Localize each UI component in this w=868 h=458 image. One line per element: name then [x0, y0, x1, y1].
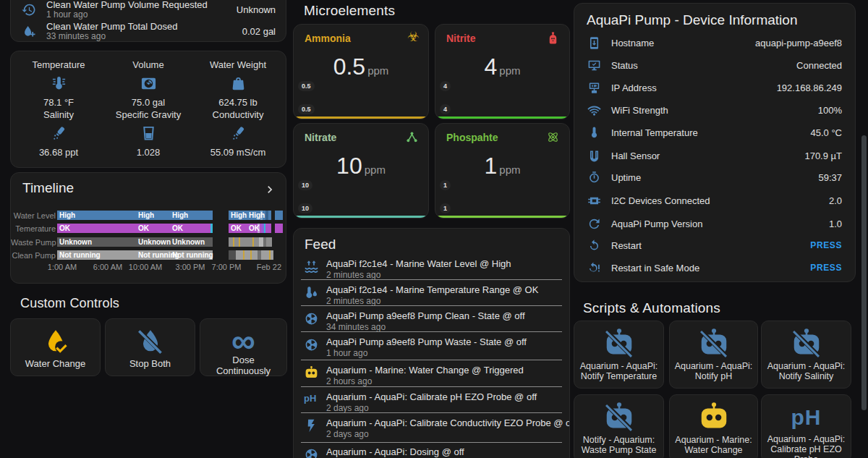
- feed-time: 2 days ago: [326, 429, 369, 439]
- custom-controls-heading: Custom Controls: [20, 296, 119, 311]
- robot-off-icon: [603, 401, 636, 434]
- entity-time: 1 hour ago: [46, 10, 231, 20]
- stop-both-button[interactable]: Stop Both: [105, 318, 195, 376]
- device-info-title: AquaPi Pump - Device Information: [587, 12, 797, 28]
- device-row-ip-address[interactable]: IP Address 192.168.86.249: [574, 78, 855, 97]
- page-scrollbar[interactable]: [861, 135, 867, 410]
- timeline-bar-temperature[interactable]: OK OK OK OK OK: [57, 224, 283, 233]
- graph-max-chip: 4: [440, 81, 451, 91]
- press-button[interactable]: PRESS: [810, 240, 842, 250]
- feed-entry[interactable]: Aquarium - AquaPi: Calibrate Conductivit…: [302, 417, 561, 441]
- tile-label: Aquarium - AquaPi: Notify pH: [674, 361, 753, 381]
- microelements-heading: Microelements: [304, 3, 395, 19]
- glance-label: Water Weight: [210, 59, 266, 70]
- graph-min-chip: 0.5: [298, 104, 315, 114]
- glance-item-conductivity[interactable]: Conductivity 55.09 mS/cm: [193, 109, 283, 158]
- ph-icon: pH: [304, 393, 316, 404]
- glance-label: Salinity: [43, 109, 74, 120]
- feed-time: 1 hour ago: [326, 348, 367, 358]
- timeline-bar-clean-pump[interactable]: Not running Not running Not running: [57, 250, 283, 260]
- script-tile-water-change[interactable]: Aquarium - Marine: Water Change: [669, 394, 758, 458]
- gauge-value: 0.5: [333, 54, 365, 80]
- gauge-card-phosphate[interactable]: Phospahte 1ppm 1 1: [435, 123, 570, 219]
- feed-entry[interactable]: AquaPi Pump a9eef8 Pump Waste - State @ …: [302, 336, 561, 360]
- device-row-uptime[interactable]: Uptime 59:37: [574, 168, 855, 187]
- glance-item-water-weight[interactable]: Water Weight 624.75 lb: [193, 59, 283, 109]
- entity-row-total-dosed[interactable]: Clean Water Pump Total Dosed 33 minutes …: [11, 21, 286, 41]
- script-tile-notify-salinity[interactable]: Aquarium - AquaPi: Notify Salinity: [761, 321, 851, 389]
- graph-max-chip: 0.5: [298, 81, 315, 91]
- glance-label: Volume: [132, 59, 163, 70]
- shaker-icon: [51, 125, 67, 142]
- infinity-icon: ∞: [231, 327, 255, 355]
- device-row-i2c-devices[interactable]: I2C Devices Connected 2.0: [574, 191, 855, 210]
- glance-item-salinity[interactable]: Salinity 36.68 ppt: [14, 109, 103, 158]
- glance-item-temperature[interactable]: Temperature 78.1 °F: [14, 59, 103, 109]
- feed-text: AquaPi Pump a9eef8 Pump Waste - State @ …: [326, 336, 527, 347]
- water-meter-icon: [140, 75, 157, 92]
- press-button[interactable]: PRESS: [810, 263, 842, 273]
- device-row-restart-safe-mode[interactable]: Restart in Safe Mode PRESS: [574, 258, 855, 277]
- glance-item-specific-gravity[interactable]: Specific Gravity 1.028: [103, 109, 193, 158]
- robot-off-icon: [790, 327, 823, 360]
- pump-stats-card: Clean Water Pump Volume Requested 1 hour…: [10, 0, 286, 42]
- device-row-restart[interactable]: Restart PRESS: [574, 236, 855, 255]
- timeline-row-label: Clean Pump: [11, 251, 56, 260]
- device-row-hall-sensor[interactable]: Hall Sensor 170.9 µT: [574, 146, 855, 165]
- device-row-version[interactable]: AquaPi Pump Version 1.0: [574, 214, 855, 233]
- device-row-status[interactable]: Status Connected: [574, 56, 855, 75]
- divider: [301, 360, 562, 360]
- gauge-card-nitrite[interactable]: Nitrite 4ppm 4 4: [435, 24, 570, 119]
- gauge-card-nitrate[interactable]: Nitrate 10ppm 10 10: [293, 123, 429, 219]
- feed-entry[interactable]: Aquarium - AquaPi: Dosing @ off: [302, 446, 561, 458]
- water-change-button[interactable]: Water Change: [10, 318, 101, 376]
- gauge-card-ammonia[interactable]: Ammonia ☣ 0.5ppm 0.5 0.5: [293, 24, 429, 119]
- feed-text: AquaPi f2c1e4 - Marine Temperature Range…: [326, 284, 538, 295]
- chevron-right-icon[interactable]: [263, 182, 277, 197]
- script-tile-waste-pump-state[interactable]: Notify - Aquarium: Waste Pump State: [574, 394, 664, 458]
- glance-card: Temperature 78.1 °F Volume 75.0 gal Wate…: [10, 51, 286, 168]
- graph-line: [294, 116, 428, 119]
- waves-arrow-up-icon: [304, 259, 319, 274]
- robot-icon: [304, 365, 319, 381]
- entity-name: Clean Water Pump Total Dosed: [46, 22, 237, 32]
- robot-icon: [697, 401, 731, 434]
- atom-icon: [546, 130, 560, 144]
- graph-min-chip: 1: [440, 203, 451, 213]
- divider: [301, 331, 562, 332]
- tile-label: Notify - Aquarium: Waste Pump State: [579, 435, 659, 455]
- button-label: Dose Continuously: [205, 355, 282, 376]
- graph-line: [435, 216, 569, 218]
- pump-icon: [304, 447, 319, 458]
- glance-value: 75.0 gal: [132, 97, 165, 108]
- divider: [301, 386, 562, 387]
- timeline-bar-water-level[interactable]: High High High High High: [57, 211, 283, 220]
- device-row-hostname[interactable]: Hostname aquapi-pump-a9eef8: [574, 33, 855, 52]
- entity-row-volume-requested[interactable]: Clean Water Pump Volume Requested 1 hour…: [11, 0, 286, 20]
- gauge-value: 1: [485, 153, 498, 179]
- poison-bottle-icon: [546, 31, 560, 45]
- feed-entry[interactable]: Aquarium - Marine: Water Change @ Trigge…: [302, 365, 561, 389]
- feed-text: Aquarium - Marine: Water Change @ Trigge…: [326, 365, 524, 376]
- tile-label: Aquarium - AquaPi: Calibrate pH EZO Prob…: [766, 434, 846, 458]
- script-tile-notify-temperature[interactable]: Aquarium - AquaPi: Notify Temperature: [574, 321, 664, 389]
- feed-text: AquaPi f2c1e4 - Marine Water Level @ Hig…: [326, 258, 511, 269]
- dose-continuously-button[interactable]: ∞ Dose Continuously: [200, 318, 287, 376]
- gauge-title: Nitrite: [446, 33, 475, 44]
- feed-time: 34 minutes ago: [326, 322, 386, 332]
- ph-icon: pH: [791, 401, 822, 434]
- device-row-wifi-strength[interactable]: WiFi Strength 100%: [574, 101, 855, 119]
- timeline-title: Timeline: [22, 180, 74, 196]
- glance-item-volume[interactable]: Volume 75.0 gal: [103, 59, 193, 109]
- dashboard: Clean Water Pump Volume Requested 1 hour…: [0, 0, 868, 458]
- script-tile-notify-ph[interactable]: Aquarium - AquaPi: Notify pH: [669, 321, 758, 389]
- restart-icon: [587, 239, 601, 253]
- script-tile-calibrate-ph[interactable]: pH Aquarium - AquaPi: Calibrate pH EZO P…: [761, 394, 851, 458]
- timeline-card: Timeline Water Level High High High High…: [10, 172, 286, 284]
- timeline-row-label: Water Level: [11, 211, 56, 220]
- water-off-icon: [136, 327, 165, 356]
- gauge-value: 10: [336, 153, 362, 179]
- history-icon: [21, 2, 36, 17]
- timeline-bar-waste-pump[interactable]: Unknown Unknown Unknown: [57, 237, 283, 247]
- device-row-internal-temperature[interactable]: Internal Temperature 45.0 °C: [574, 123, 855, 142]
